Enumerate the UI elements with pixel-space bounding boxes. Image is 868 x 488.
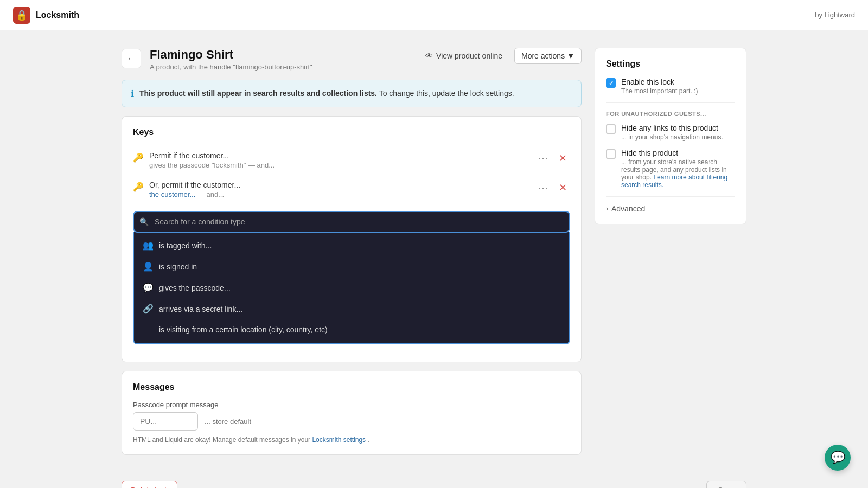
alert-text: This product will still appear in search…: [139, 88, 514, 99]
left-column: ← Flamingo Shirt A product, with the han…: [122, 48, 582, 455]
eye-icon: 👁: [425, 52, 433, 60]
topbar-left: 🔒 Locksmith: [13, 7, 79, 24]
hide-links-desc: ... in your shop's navigation menus.: [621, 133, 723, 141]
alert-banner: ℹ This product will still appear in sear…: [122, 80, 582, 107]
enable-lock-checkbox[interactable]: [606, 78, 616, 88]
section-divider: [606, 196, 735, 197]
key-icon: 🔑: [133, 152, 144, 163]
key-label: Or, permit if the customer...: [149, 181, 535, 189]
advanced-label: Advanced: [611, 204, 645, 213]
view-product-button[interactable]: 👁 View product online: [420, 48, 508, 63]
dropdown-item[interactable]: is visiting from a certain location (cit…: [134, 319, 569, 340]
key-details: Or, permit if the customer... the custom…: [149, 181, 535, 198]
key-menu-button[interactable]: ⋯: [535, 151, 551, 165]
advanced-row[interactable]: › Advanced: [606, 204, 735, 213]
keys-card: Keys 🔑 Permit if the customer... gives t…: [122, 116, 582, 362]
back-button[interactable]: ←: [122, 49, 141, 68]
link-icon: 🔗: [143, 304, 154, 314]
topbar-by: by Lightward: [815, 11, 855, 19]
section-divider: [606, 102, 735, 103]
key-actions: ⋯ ✕: [535, 181, 570, 195]
settings-card: Settings Enable this lock The most impor…: [595, 48, 746, 224]
store-default-label: ... store default: [205, 418, 251, 426]
hide-links-label: Hide any links to this product: [621, 124, 723, 132]
chat-fab-button[interactable]: 💬: [825, 445, 851, 471]
messages-note: HTML and Liquid are okay! Manage default…: [133, 436, 570, 444]
search-input[interactable]: [133, 211, 570, 233]
dropdown-item[interactable]: 🔗 arrives via a secret link...: [134, 298, 569, 319]
passcode-label: Passcode prompt message: [133, 401, 570, 409]
key-customer-link[interactable]: the customer...: [149, 190, 195, 198]
action-bar: Delete lock Save: [108, 472, 760, 488]
messages-row: ... store default: [133, 412, 570, 431]
keys-title: Keys: [133, 127, 570, 137]
key-row: 🔑 Permit if the customer... gives the pa…: [133, 146, 570, 175]
page-header-right: 👁 View product online More actions ▼: [420, 48, 582, 64]
chevron-down-icon: ▼: [567, 52, 575, 60]
condition-dropdown: 👥 is tagged with... 👤 is signed in 💬 giv…: [133, 232, 570, 344]
info-icon: ℹ: [131, 88, 134, 99]
key-sublabel: the customer... — and...: [149, 190, 535, 198]
product-info: Flamingo Shirt A product, with the handl…: [150, 48, 312, 71]
hide-product-desc: ... from your store's native search resu…: [621, 158, 735, 189]
key-delete-button[interactable]: ✕: [556, 181, 570, 195]
page-title: Flamingo Shirt: [150, 48, 312, 62]
locksmith-settings-link[interactable]: Locksmith settings: [312, 436, 366, 444]
key-row: 🔑 Or, permit if the customer... the cust…: [133, 175, 570, 204]
enable-lock-row: Enable this lock The most important part…: [606, 78, 735, 95]
users-icon: 👥: [143, 240, 154, 251]
messages-title: Messages: [133, 382, 570, 392]
dropdown-item[interactable]: 💬 gives the passcode...: [134, 277, 569, 298]
hide-product-label: Hide this product: [621, 149, 735, 157]
delete-lock-button[interactable]: Delete lock: [122, 481, 177, 488]
hide-links-row: Hide any links to this product ... in yo…: [606, 124, 735, 141]
settings-title: Settings: [606, 59, 735, 69]
topbar: 🔒 Locksmith by Lightward: [0, 0, 868, 30]
chevron-right-icon: ›: [606, 205, 608, 213]
key-details: Permit if the customer... gives the pass…: [149, 151, 535, 169]
app-title: Locksmith: [36, 10, 79, 20]
passcode-input[interactable]: [133, 412, 198, 431]
page-header: ← Flamingo Shirt A product, with the han…: [122, 48, 582, 71]
save-button[interactable]: Save: [706, 481, 746, 488]
app-icon: 🔒: [13, 7, 30, 24]
search-dropdown-wrapper: 🔍 👥 is tagged with... 👤 is signed in 💬 g: [133, 211, 570, 344]
person-icon: 👤: [143, 261, 154, 272]
key-actions: ⋯ ✕: [535, 151, 570, 165]
key-delete-button[interactable]: ✕: [556, 151, 570, 165]
key-label: Permit if the customer...: [149, 151, 535, 160]
main-content: ← Flamingo Shirt A product, with the han…: [108, 30, 760, 472]
page-subtitle: A product, with the handle "flamingo-but…: [150, 63, 312, 71]
chat-icon: 💬: [831, 451, 845, 465]
key-icon: 🔑: [133, 182, 144, 192]
key-sublabel: gives the passcode "locksmith" — and...: [149, 161, 535, 169]
page-header-left: ← Flamingo Shirt A product, with the han…: [122, 48, 312, 71]
enable-lock-desc: The most important part. :): [621, 87, 698, 95]
chat-icon: 💬: [143, 282, 154, 293]
enable-lock-label: Enable this lock: [621, 78, 698, 86]
location-icon: [143, 325, 154, 335]
hide-product-row: Hide this product ... from your store's …: [606, 149, 735, 189]
hide-links-checkbox[interactable]: [606, 124, 616, 134]
right-column: Settings Enable this lock The most impor…: [595, 48, 746, 455]
key-menu-button[interactable]: ⋯: [535, 181, 551, 195]
hide-product-checkbox[interactable]: [606, 149, 616, 159]
unauthorized-label: FOR UNAUTHORIZED GUESTS...: [606, 111, 735, 117]
messages-card: Messages Passcode prompt message ... sto…: [122, 371, 582, 455]
more-actions-button[interactable]: More actions ▼: [514, 48, 582, 64]
dropdown-item[interactable]: 👥 is tagged with...: [134, 235, 569, 256]
dropdown-item[interactable]: 👤 is signed in: [134, 256, 569, 277]
